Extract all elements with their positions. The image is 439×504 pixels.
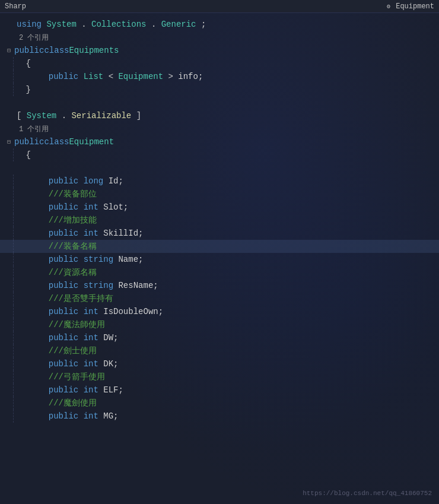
ref-count-2: 1 个引用 xyxy=(19,124,49,134)
fold-button-equipment[interactable]: ⊟ xyxy=(5,138,13,146)
code-line-empty-1 xyxy=(0,96,439,109)
code-line-brace-open-2: { xyxy=(0,148,439,161)
code-line-comment-isdoubleown: ///是否雙手持有 xyxy=(0,292,439,305)
equipment-label: Equipment xyxy=(396,2,434,11)
code-line-empty-2 xyxy=(0,161,439,175)
ref-count-1: 2 个引用 xyxy=(19,33,49,43)
code-line-comment-mg: ///魔劍使用 xyxy=(0,397,439,410)
code-line-isdoubleown-field: public int IsDoubleOwn; xyxy=(0,305,439,318)
code-line-dk-field: public int DK; xyxy=(0,357,439,370)
code-line-comment-elf: ///弓箭手使用 xyxy=(0,370,439,383)
title-bar-left: Sharp xyxy=(5,2,26,11)
code-line-skillid-field: public int SkillId; xyxy=(0,227,439,240)
code-line-info-field: public List < Equipment > info; xyxy=(0,70,439,83)
code-line-class-equipments: ⊟ public class Equipments xyxy=(0,44,439,57)
code-line-name-field: public string Name; xyxy=(0,253,439,266)
code-line-ref2: 1 个引用 xyxy=(0,122,439,135)
code-area: using System . Collections . Generic ; 2… xyxy=(0,13,439,427)
code-line-using: using System . Collections . Generic ; xyxy=(0,18,439,31)
code-line-comment-name: ///装备名稱 xyxy=(0,240,439,253)
code-line-comment-skill: ///增加技能 xyxy=(0,214,439,227)
code-line-class-equipment: ⊟ public class Equipment xyxy=(0,135,439,148)
code-line-elf-field: public int ELF; xyxy=(0,383,439,397)
code-line-comment-slot: ///装备部位 xyxy=(0,188,439,201)
code-line-attr: [ System . Serializable ] xyxy=(0,109,439,122)
code-line-resname-field: public string ResName; xyxy=(0,279,439,292)
code-line-brace-close-1: } xyxy=(0,83,439,96)
code-line-id-field: public long Id; xyxy=(0,175,439,188)
code-line-slot-field: public int Slot; xyxy=(0,201,439,214)
fold-button-equipments[interactable]: ⊟ xyxy=(5,46,13,55)
equipment-icon: ⚙ xyxy=(384,2,393,11)
code-line-comment-dw: ///魔法師使用 xyxy=(0,318,439,331)
code-line-comment-resname: ///資源名稱 xyxy=(0,266,439,279)
title-bar-right: ⚙ Equipment xyxy=(384,2,434,11)
title-bar: Sharp ⚙ Equipment xyxy=(0,0,439,13)
code-line-ref1: 2 个引用 xyxy=(0,31,439,44)
code-line-comment-dk: ///劍士使用 xyxy=(0,344,439,357)
sharp-label: Sharp xyxy=(5,2,26,11)
watermark: https://blog.csdn.net/qq_41860752 xyxy=(303,490,432,497)
code-line-brace-open-1: { xyxy=(0,57,439,70)
code-line-mg-field: public int MG; xyxy=(0,410,439,423)
code-line-dw-field: public int DW; xyxy=(0,331,439,344)
